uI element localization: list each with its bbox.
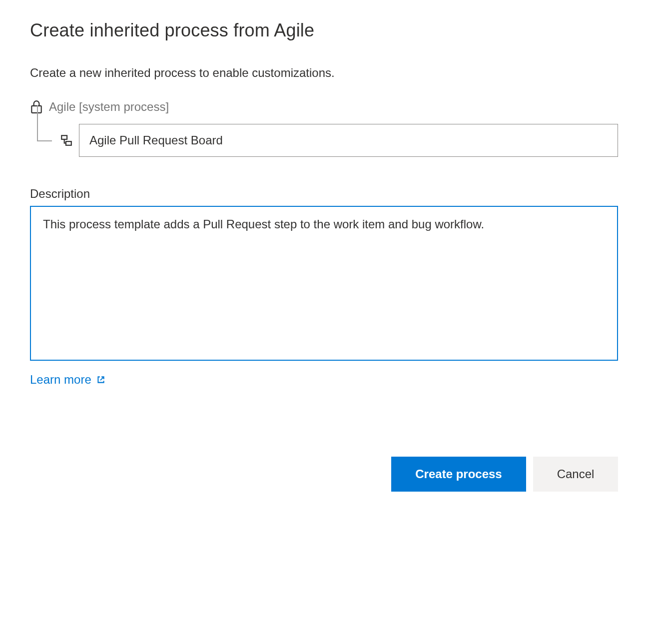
learn-more-label: Learn more	[30, 373, 91, 387]
create-process-button[interactable]: Create process	[391, 457, 526, 492]
svg-rect-2	[66, 141, 71, 145]
parent-process-label: Agile [system process]	[49, 100, 169, 114]
dialog-subtitle: Create a new inherited process to enable…	[30, 66, 618, 80]
dialog-button-row: Create process Cancel	[30, 457, 618, 492]
external-link-icon	[96, 375, 105, 384]
cancel-button[interactable]: Cancel	[533, 457, 618, 492]
description-textarea[interactable]	[30, 206, 618, 361]
child-process-row	[30, 124, 618, 157]
process-tree: Agile [system process]	[30, 100, 618, 157]
learn-more-link[interactable]: Learn more	[30, 373, 105, 387]
parent-process-row: Agile [system process]	[30, 100, 618, 114]
process-name-input[interactable]	[79, 124, 618, 157]
svg-rect-1	[61, 135, 67, 139]
create-inherited-process-dialog: Create inherited process from Agile Crea…	[30, 20, 618, 492]
tree-connector	[30, 125, 59, 155]
svg-rect-0	[31, 106, 41, 113]
lock-icon	[30, 100, 43, 114]
child-process-icon	[60, 134, 73, 147]
description-label: Description	[30, 187, 618, 201]
description-field: Description	[30, 187, 618, 363]
dialog-title: Create inherited process from Agile	[30, 20, 618, 41]
